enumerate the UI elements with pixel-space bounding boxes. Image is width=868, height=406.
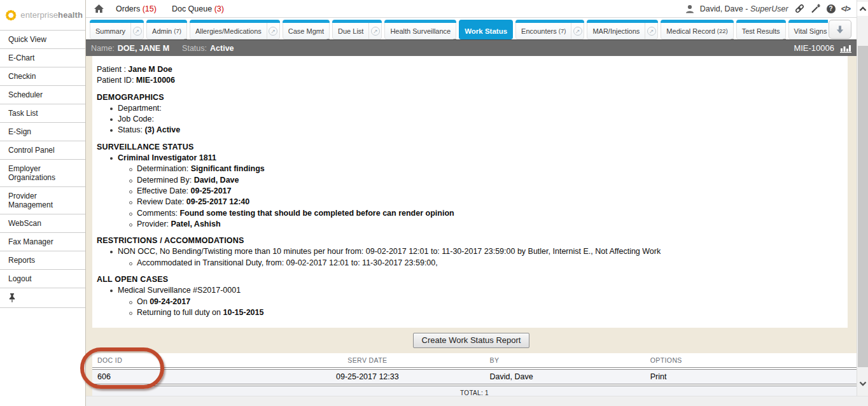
cell-options[interactable]: Print [650, 370, 667, 384]
column-header-serv-date[interactable]: SERV DATE [347, 353, 387, 367]
report-bullet-item: Medical Surveillance #S2017-0001 [97, 285, 843, 296]
tab-encounters[interactable]: Encounters(7)↗ [515, 20, 584, 39]
scroll-up-button[interactable] [857, 2, 868, 16]
wand-icon[interactable] [811, 4, 821, 13]
column-header-by[interactable]: BY [490, 353, 500, 367]
doc-table: DOC IDSERV DATEBYOPTIONS 60609-25-2017 1… [92, 353, 857, 399]
bullet-icon [110, 118, 113, 121]
brand-logo[interactable]: enterprisehealth [0, 0, 85, 30]
report-bullet-item: Provider: Patel, Ashish [97, 219, 843, 230]
tab-bar: Summary↗Admin(7)Allergies/Medications↗Ca… [86, 18, 857, 39]
tab-due-list[interactable]: Due List↗ [332, 20, 382, 39]
user-name[interactable]: David, Dave - SuperUser [700, 4, 788, 13]
vertical-scrollbar[interactable] [857, 0, 868, 406]
sidebar-item-e-sign[interactable]: E-Sign [0, 122, 85, 141]
help-icon[interactable]: ? [827, 4, 836, 13]
sidebar-item-control-panel[interactable]: Control Panel [0, 141, 85, 159]
tab-bar-tabs: Summary↗Admin(7)Allergies/Medications↗Ca… [90, 20, 828, 39]
scroll-down-button[interactable] [857, 377, 868, 391]
bullet-icon [110, 251, 113, 253]
column-header-doc-id[interactable]: DOC ID [97, 353, 122, 367]
doc-table-rows: 60609-25-2017 12:33David, DavePrint [92, 370, 857, 384]
code-icon[interactable]: </> [841, 4, 850, 13]
table-row: 60609-25-2017 12:33David, DavePrint [92, 370, 857, 384]
tab-admin[interactable]: Admin(7) [146, 20, 187, 39]
hollow-bullet-icon [129, 223, 132, 227]
tab-label: Health Surveillance [390, 27, 451, 35]
tab-medical-record[interactable]: Medical Record(22) [661, 20, 733, 39]
tab-popout-icon[interactable]: ↗ [573, 27, 582, 36]
tab-popout-icon[interactable]: ↗ [371, 27, 380, 36]
bullet-icon [110, 108, 113, 110]
tab-label: Test Results [742, 27, 780, 35]
report-bullet-item: Status: (3) Active [97, 125, 843, 136]
tab-label: Work Status [465, 27, 507, 35]
top-bar: Orders (15) Doc Queue (3) David, Dave - … [86, 0, 857, 18]
patient-header-bar: Name: DOE, JANE M Status: Active MIE-100… [86, 39, 857, 56]
doc-queue-menu-item[interactable]: Doc Queue (3) [172, 4, 224, 13]
sidebar-item-task-list[interactable]: Task List [0, 104, 85, 122]
tab-work-status[interactable]: Work Status [459, 20, 513, 39]
tab-case-mgmt[interactable]: Case Mgmt [283, 20, 330, 39]
create-work-status-report-button[interactable]: Create Work Status Report [413, 333, 530, 348]
sidebar-menu: Quick ViewE-ChartCheckinSchedulerTask Li… [0, 30, 85, 288]
column-header-options[interactable]: OPTIONS [650, 353, 682, 367]
sidebar-item-provider-management[interactable]: Provider Management [0, 186, 85, 214]
hollow-bullet-icon [129, 201, 132, 204]
sidebar-item-employer-organizations[interactable]: Employer Organizations [0, 159, 85, 186]
cell-by: David, Dave [490, 370, 533, 384]
tab-overflow-button[interactable] [829, 20, 851, 39]
report-bullet-item: Returning to full duty on 10-15-2015 [97, 307, 843, 318]
tab-health-surveillance[interactable]: Health Surveillance [384, 20, 456, 39]
orders-menu-item[interactable]: Orders (15) [116, 4, 157, 13]
sidebar-item-reports[interactable]: Reports [0, 251, 85, 269]
report-bullet-item: On 09-24-2017 [97, 297, 843, 307]
tab-summary[interactable]: Summary↗ [90, 20, 144, 39]
sidebar-item-scheduler[interactable]: Scheduler [0, 85, 85, 104]
tab-test-results[interactable]: Test Results [736, 20, 786, 39]
sidebar-item-checkin[interactable]: Checkin [0, 67, 85, 85]
sidebar-item-fax-manager[interactable]: Fax Manager [0, 232, 85, 251]
tab-vital-signs[interactable]: Vital Signs↗ [788, 20, 828, 39]
report-bullet-item: Criminal Investigator 1811 [97, 153, 843, 164]
tab-label: Summary [95, 27, 125, 35]
patient-name-value: DOE, JANE M [118, 44, 169, 53]
chevron-up-icon [859, 6, 867, 11]
tab-mar-injections[interactable]: MAR/Injections↗ [587, 20, 658, 39]
chart-icon[interactable] [840, 43, 851, 53]
sidebar: enterprisehealth Quick ViewE-ChartChecki… [0, 0, 86, 406]
orders-count-badge: (15) [143, 4, 157, 13]
sidebar-item-logout[interactable]: Logout [0, 269, 85, 288]
tab-popout-icon[interactable]: ↗ [647, 27, 656, 36]
sidebar-item-e-chart[interactable]: E-Chart [0, 48, 85, 67]
tab-label: Allergies/Medications [195, 27, 262, 35]
hollow-bullet-icon [129, 301, 132, 304]
tab-label: Due List [338, 27, 363, 35]
pushpin-icon [8, 293, 16, 303]
tab-count-badge: (7) [559, 27, 566, 34]
scrollbar-thumb[interactable] [858, 46, 868, 367]
brand-name: enterprisehealth [20, 10, 83, 20]
report-bullet-item: Accommodated in Transitional Duty, from:… [97, 258, 843, 269]
sidebar-pin-button[interactable] [0, 288, 85, 308]
hollow-bullet-icon [129, 213, 132, 216]
patient-status-value: Active [210, 44, 234, 53]
cell-serv-date: 09-25-2017 12:33 [336, 370, 399, 384]
hollow-bullet-icon [129, 179, 132, 183]
horizontal-scrollbar[interactable] [86, 396, 868, 406]
tab-allergies-medications[interactable]: Allergies/Medications↗ [190, 20, 280, 39]
tab-label: Medical Record [666, 27, 715, 35]
button-row: Create Work Status Report [86, 333, 857, 348]
sidebar-item-webscan[interactable]: WebScan [0, 214, 85, 232]
chevron-down-icon [859, 381, 867, 386]
link-icon[interactable] [794, 4, 805, 13]
tab-popout-icon[interactable]: ↗ [269, 27, 277, 36]
tab-popout-icon[interactable]: ↗ [133, 27, 142, 36]
report-section-heading-all-open-cases: ALL OPEN CASES [97, 274, 843, 285]
patient-id-line: Patient ID: MIE-10006 [97, 75, 843, 86]
home-button[interactable] [94, 4, 104, 13]
sidebar-item-quick-view[interactable]: Quick View [0, 30, 85, 48]
report-bullet-item: Review Date: 09-25-2017 12:40 [97, 197, 843, 207]
tab-label: Vital Signs [794, 27, 827, 35]
report-bullet-item: NON OCC, No Bending/Twisting more than 1… [97, 246, 843, 257]
